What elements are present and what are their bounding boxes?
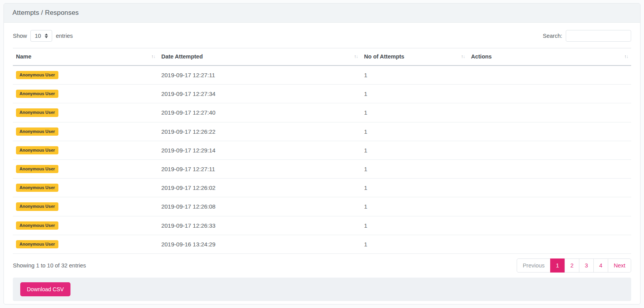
date-attempted-cell: 2019-09-17 12:27:40 [158,103,361,122]
actions-cell [468,159,631,178]
attempts-count-cell: 1 [361,122,468,141]
table-row: Anonymous User2019-09-17 12:26:331 [13,216,631,235]
page-length-value: 10 [35,33,41,39]
date-attempted-cell: 2019-09-17 12:26:08 [158,197,361,216]
anonymous-user-badge: Anonymous User [16,90,58,98]
table-row: Anonymous User2019-09-17 12:27:111 [13,65,631,85]
page-length-select[interactable]: 10 [30,30,52,42]
column-label: Name [16,53,32,60]
anonymous-user-badge: Anonymous User [16,165,58,173]
table-controls: Show 10 entries Search: [13,30,631,42]
column-header-name[interactable]: ↑↓Name [13,48,158,66]
attempts-table: ↑↓Name↑↓Date Attempted↑↓No of Attempts↑↓… [13,48,631,254]
column-label: No of Attempts [364,53,404,60]
anonymous-user-badge: Anonymous User [16,127,58,136]
name-cell: Anonymous User [13,103,158,122]
table-row: Anonymous User2019-09-17 12:27:341 [13,85,631,103]
attempts-count-cell: 1 [361,65,468,85]
attempts-count-cell: 1 [361,179,468,197]
card-footer: Download CSV [13,278,631,301]
sort-icon: ↑↓ [151,53,155,60]
table-info: Showing 1 to 10 of 32 entries [13,262,86,269]
date-attempted-cell: 2019-09-16 13:24:29 [158,235,361,253]
actions-cell [468,122,631,141]
actions-cell [468,65,631,85]
column-label: Actions [471,53,492,60]
table-row: Anonymous User2019-09-17 12:27:401 [13,103,631,122]
name-cell: Anonymous User [13,179,158,197]
search-input[interactable] [566,30,631,42]
pagination: Previous1234Next [517,258,631,273]
column-header-attempts[interactable]: ↑↓No of Attempts [361,48,468,66]
actions-cell [468,179,631,197]
date-attempted-cell: 2019-09-17 12:26:02 [158,179,361,197]
column-header-actions[interactable]: ↑↓Actions [468,48,631,66]
name-cell: Anonymous User [13,141,158,159]
date-attempted-cell: 2019-09-17 12:26:22 [158,122,361,141]
page-3[interactable]: 3 [579,258,594,273]
table-row: Anonymous User2019-09-17 12:26:021 [13,179,631,197]
sort-icon: ↑↓ [354,53,358,60]
attempts-count-cell: 1 [361,235,468,253]
name-cell: Anonymous User [13,65,158,85]
header-row: ↑↓Name↑↓Date Attempted↑↓No of Attempts↑↓… [13,48,631,66]
select-arrows-icon [45,34,48,38]
name-cell: Anonymous User [13,122,158,141]
actions-cell [468,85,631,103]
anonymous-user-badge: Anonymous User [16,71,58,79]
actions-cell [468,141,631,159]
name-cell: Anonymous User [13,159,158,178]
page-2[interactable]: 2 [565,258,579,273]
actions-cell [468,197,631,216]
page-1[interactable]: 1 [550,258,565,273]
name-cell: Anonymous User [13,197,158,216]
actions-cell [468,103,631,122]
actions-cell [468,216,631,235]
attempts-count-cell: 1 [361,85,468,103]
date-attempted-cell: 2019-09-17 12:27:11 [158,65,361,85]
table-row: Anonymous User2019-09-17 12:27:111 [13,159,631,178]
table-row: Anonymous User2019-09-17 12:26:081 [13,197,631,216]
attempts-count-cell: 1 [361,141,468,159]
table-head: ↑↓Name↑↓Date Attempted↑↓No of Attempts↑↓… [13,48,631,66]
table-row: Anonymous User2019-09-17 12:29:141 [13,141,631,159]
length-control: Show 10 entries [13,30,73,42]
page-next[interactable]: Next [608,258,631,273]
anonymous-user-badge: Anonymous User [16,240,58,248]
download-csv-button[interactable]: Download CSV [20,282,70,296]
anonymous-user-badge: Anonymous User [16,202,58,211]
entries-label: entries [56,33,73,39]
show-label: Show [13,33,27,39]
card-body: Show 10 entries Search: ↑↓Name↑↓Date Att… [4,23,640,304]
name-cell: Anonymous User [13,85,158,103]
table-row: Anonymous User2019-09-17 12:26:221 [13,122,631,141]
column-label: Date Attempted [161,53,203,60]
date-attempted-cell: 2019-09-17 12:27:11 [158,159,361,178]
table-body: Anonymous User2019-09-17 12:27:111Anonym… [13,65,631,253]
date-attempted-cell: 2019-09-17 12:26:33 [158,216,361,235]
page-title: Attempts / Responses [12,9,79,16]
card-header: Attempts / Responses [4,4,640,23]
anonymous-user-badge: Anonymous User [16,184,58,192]
attempts-count-cell: 1 [361,159,468,178]
search-control: Search: [543,30,631,42]
sort-icon: ↑↓ [461,53,465,60]
column-header-date[interactable]: ↑↓Date Attempted [158,48,361,66]
name-cell: Anonymous User [13,216,158,235]
anonymous-user-badge: Anonymous User [16,108,58,117]
actions-cell [468,235,631,253]
table-row: Anonymous User2019-09-16 13:24:291 [13,235,631,253]
name-cell: Anonymous User [13,235,158,253]
attempts-card: Attempts / Responses Show 10 entries Sea… [4,3,640,304]
page-4[interactable]: 4 [593,258,608,273]
attempts-count-cell: 1 [361,197,468,216]
anonymous-user-badge: Anonymous User [16,146,58,154]
attempts-count-cell: 1 [361,216,468,235]
sort-icon: ↑↓ [624,53,628,60]
anonymous-user-badge: Anonymous User [16,221,58,230]
date-attempted-cell: 2019-09-17 12:29:14 [158,141,361,159]
page-previous[interactable]: Previous [517,258,550,273]
date-attempted-cell: 2019-09-17 12:27:34 [158,85,361,103]
attempts-count-cell: 1 [361,103,468,122]
table-footer: Showing 1 to 10 of 32 entries Previous12… [13,258,631,273]
